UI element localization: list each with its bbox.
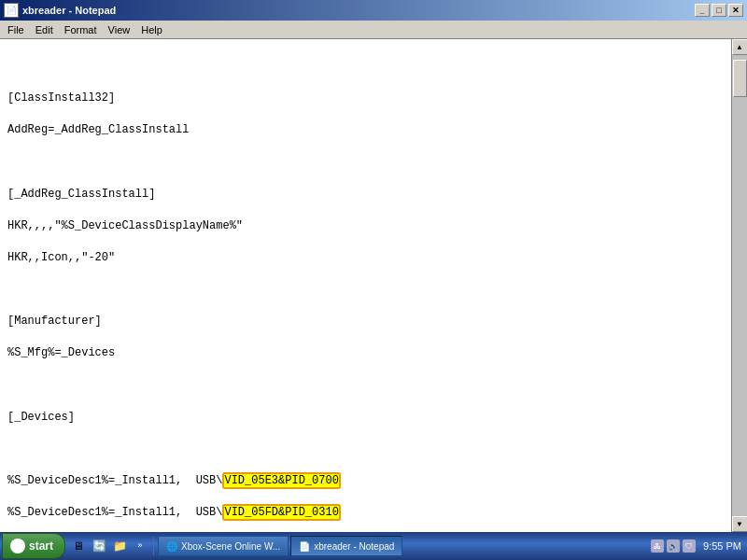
menu-file[interactable]: File (2, 22, 30, 37)
start-icon: ⊞ (10, 539, 25, 553)
ql-icon-3[interactable]: 📁 (110, 537, 129, 555)
text-line: [_AddReg_ClassInstall] (7, 187, 724, 203)
content-area: [ClassInstall32] AddReg=_AddReg_ClassIns… (0, 39, 747, 532)
app-icon: 📄 (4, 3, 19, 18)
text-line: [Manufacturer] (7, 314, 724, 329)
scroll-up-button[interactable]: ▲ (732, 39, 748, 55)
system-tray: 🖧 🔊 🛡 9:55 PM (645, 539, 747, 553)
scroll-thumb[interactable] (733, 60, 747, 97)
menu-format[interactable]: Format (59, 22, 103, 37)
close-button[interactable]: ✕ (728, 4, 743, 17)
taskbar-xbox-label: Xbox-Scene Online W... (181, 541, 280, 552)
taskbar-notepad-icon: 📄 (299, 541, 310, 552)
minimize-button[interactable]: _ (695, 4, 710, 17)
ql-icon-1[interactable]: 🖥 (69, 537, 88, 555)
menu-bar: File Edit Format View Help (0, 21, 747, 39)
taskbar-btn-notepad[interactable]: 📄 xbreader - Notepad (290, 536, 402, 556)
maximize-button[interactable]: □ (712, 4, 726, 17)
title-bar: 📄 xbreader - Notepad _ □ ✕ (0, 0, 747, 21)
text-line: [ClassInstall32] (7, 91, 724, 106)
text-line: HKR,,,,"%S_DeviceClassDisplayName%" (7, 218, 724, 234)
text-line: [_Devices] (7, 410, 724, 426)
clock: 9:55 PM (703, 540, 741, 552)
text-editor[interactable]: [ClassInstall32] AddReg=_AddReg_ClassIns… (0, 39, 731, 532)
text-line: AddReg=_AddReg_ClassInstall (7, 122, 724, 138)
taskbar: ⊞ start 🖥 🔄 📁 » 🌐 Xbox-Scene Online W...… (0, 532, 747, 560)
tray-icon-security[interactable]: 🛡 (683, 539, 696, 553)
ql-icon-expand[interactable]: » (131, 537, 149, 555)
tray-icon-network[interactable]: 🖧 (651, 539, 664, 553)
text-line: %S_Mfg%=_Devices (7, 345, 724, 361)
taskbar-xbox-icon: 🌐 (166, 541, 177, 552)
window-title: xbreader - Notepad (22, 5, 116, 16)
vertical-scrollbar[interactable]: ▲ ▼ (731, 39, 747, 532)
scroll-track[interactable] (732, 55, 747, 516)
title-bar-left: 📄 xbreader - Notepad (4, 3, 116, 18)
menu-view[interactable]: View (103, 22, 136, 37)
text-line (7, 154, 724, 170)
menu-edit[interactable]: Edit (30, 22, 59, 37)
tray-icon-sound[interactable]: 🔊 (667, 539, 680, 553)
text-line-highlight-2: %S_DeviceDesc1%=_Install1, USB\VID_05FD&… (7, 505, 724, 521)
title-bar-controls: _ □ ✕ (695, 4, 743, 17)
text-line (7, 59, 724, 75)
highlight-vid2: VID_05FD&PID_0310 (222, 504, 340, 521)
taskbar-items: 🌐 Xbox-Scene Online W... 📄 xbreader - No… (154, 536, 645, 556)
tray-icons: 🖧 🔊 🛡 (651, 539, 696, 553)
text-line-highlight-1: %S_DeviceDesc1%=_Install1, USB\VID_05E3&… (7, 473, 724, 489)
text-line (7, 378, 724, 394)
menu-help[interactable]: Help (135, 22, 168, 37)
quick-launch: 🖥 🔄 📁 » (65, 537, 154, 555)
taskbar-notepad-label: xbreader - Notepad (314, 541, 394, 552)
text-line (7, 441, 724, 457)
start-button[interactable]: ⊞ start (2, 533, 65, 559)
scroll-down-button[interactable]: ▼ (732, 516, 748, 532)
text-line (7, 282, 724, 298)
ql-icon-2[interactable]: 🔄 (90, 537, 108, 555)
highlight-vid1: VID_05E3&PID_0700 (222, 472, 340, 489)
taskbar-btn-xbox[interactable]: 🌐 Xbox-Scene Online W... (158, 536, 289, 556)
start-label: start (29, 539, 53, 553)
text-line: HKR,,Icon,,"-20" (7, 250, 724, 266)
